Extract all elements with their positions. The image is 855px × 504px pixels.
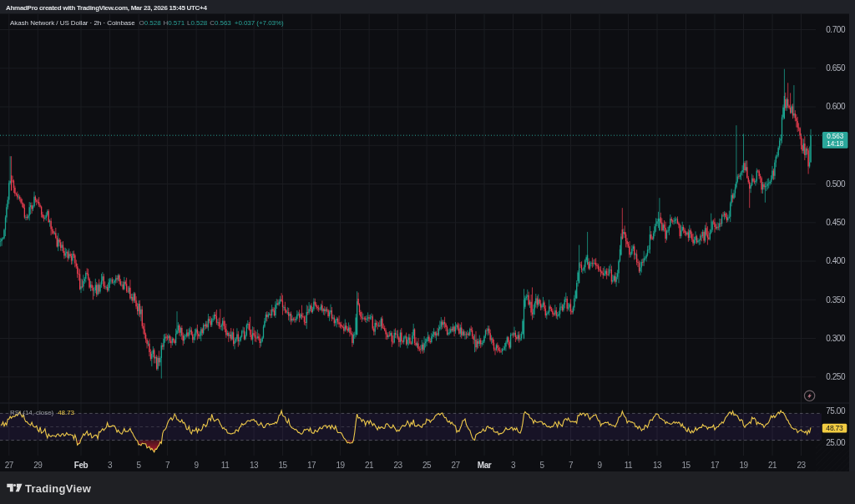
- svg-text:23: 23: [393, 461, 402, 470]
- svg-text:0.563: 0.563: [827, 133, 843, 140]
- svg-text:0.400: 0.400: [826, 256, 846, 265]
- svg-text:13: 13: [250, 461, 259, 470]
- svg-text:0.700: 0.700: [826, 25, 846, 34]
- svg-text:29: 29: [33, 461, 43, 470]
- svg-text:RSI (14, close)48.73: RSI (14, close)48.73: [10, 409, 75, 416]
- svg-text:7: 7: [165, 461, 170, 470]
- svg-text:AhmadPro created with TradingV: AhmadPro created with TradingView.com, M…: [6, 4, 207, 12]
- svg-text:9: 9: [597, 461, 602, 470]
- svg-text:21: 21: [365, 461, 374, 470]
- svg-text:Akash Network / US Dollar · 2h: Akash Network / US Dollar · 2h · Coinbas…: [10, 19, 284, 27]
- svg-text:9: 9: [195, 461, 200, 470]
- svg-text:5: 5: [137, 461, 142, 470]
- svg-text:15: 15: [278, 461, 287, 470]
- svg-text:3: 3: [108, 461, 113, 470]
- svg-text:11: 11: [221, 461, 230, 470]
- svg-text:3: 3: [511, 461, 516, 470]
- svg-text:23: 23: [797, 461, 806, 470]
- svg-text:0.450: 0.450: [826, 218, 846, 227]
- svg-text:27: 27: [451, 461, 460, 470]
- svg-text:0.500: 0.500: [826, 179, 846, 189]
- svg-text:17: 17: [711, 461, 720, 470]
- svg-text:Mar: Mar: [478, 461, 492, 470]
- svg-text:0.250: 0.250: [826, 372, 846, 381]
- svg-text:Feb: Feb: [74, 461, 89, 470]
- svg-text:0.300: 0.300: [826, 334, 846, 343]
- svg-text:13: 13: [653, 461, 662, 470]
- svg-text:7: 7: [569, 461, 574, 470]
- svg-text:48.73: 48.73: [826, 424, 843, 432]
- svg-text:75.00: 75.00: [826, 406, 846, 416]
- svg-text:19: 19: [336, 461, 345, 470]
- svg-text:5: 5: [539, 461, 544, 470]
- svg-text:21: 21: [768, 461, 777, 470]
- svg-text:25: 25: [422, 461, 432, 470]
- svg-text:0.650: 0.650: [826, 63, 846, 73]
- svg-text:14:18: 14:18: [827, 140, 843, 148]
- svg-text:17: 17: [307, 461, 316, 470]
- svg-text:TradingView: TradingView: [25, 482, 92, 495]
- svg-text:15: 15: [681, 461, 691, 470]
- svg-text:19: 19: [739, 461, 748, 470]
- svg-text:0.350: 0.350: [826, 295, 846, 305]
- svg-text:11: 11: [625, 461, 633, 470]
- svg-text:0.600: 0.600: [826, 102, 846, 111]
- svg-text:27: 27: [5, 461, 14, 470]
